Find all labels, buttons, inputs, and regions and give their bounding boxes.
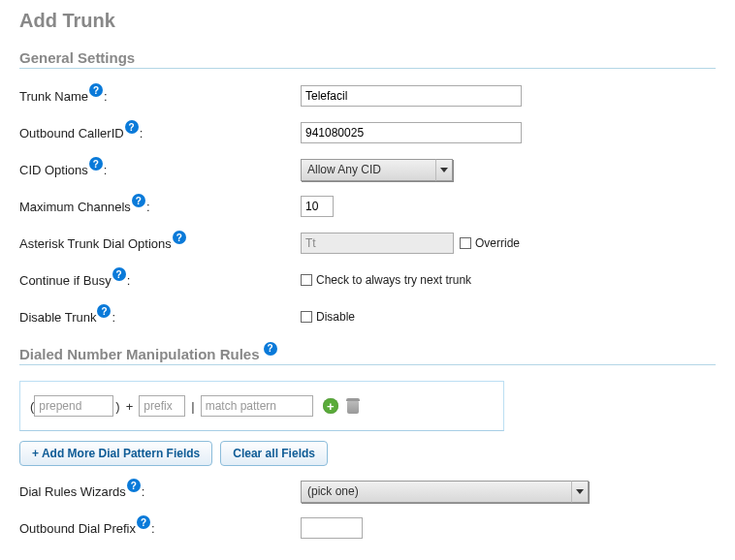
dial-options-input — [301, 233, 454, 254]
cid-options-selected: Allow Any CID — [307, 163, 381, 176]
max-channels-label: Maximum Channels — [19, 200, 131, 214]
chevron-down-icon[interactable] — [571, 481, 589, 503]
override-label: Override — [475, 236, 520, 250]
max-channels-input[interactable] — [301, 196, 334, 217]
help-icon[interactable] — [137, 515, 150, 529]
disable-trunk-checkbox[interactable] — [301, 311, 312, 323]
continue-if-busy-checkbox[interactable] — [301, 274, 312, 286]
trunk-name-input[interactable] — [301, 85, 522, 107]
colon: : — [104, 89, 108, 104]
continue-if-busy-label: Continue if Busy — [19, 273, 112, 288]
dial-rules-wizards-select[interactable]: (pick one) — [301, 481, 589, 503]
help-icon[interactable] — [127, 479, 141, 492]
outbound-callerid-label: Outbound CallerID — [19, 126, 124, 140]
pipe-separator: | — [191, 399, 194, 414]
dial-rules-wizards-selected: (pick one) — [307, 484, 359, 498]
paren-close: ) — [115, 399, 119, 414]
outbound-dial-prefix-input[interactable] — [301, 517, 363, 539]
help-icon[interactable] — [173, 231, 186, 244]
outbound-dial-prefix-label: Outbound Dial Prefix — [19, 521, 136, 536]
section-dial-rules-label: Dialed Number Manipulation Rules — [19, 346, 260, 362]
help-icon[interactable] — [97, 304, 111, 318]
prefix-input[interactable] — [139, 395, 185, 417]
help-icon[interactable] — [112, 267, 126, 281]
section-general-label: General Settings — [19, 49, 135, 66]
dial-rules-wizards-label: Dial Rules Wizards — [19, 484, 126, 499]
trash-icon[interactable] — [346, 398, 360, 414]
cid-options-label: CID Options — [19, 163, 88, 177]
outbound-callerid-input[interactable] — [301, 122, 522, 143]
page-title: Add Trunk — [19, 10, 716, 32]
section-dial-rules: Dialed Number Manipulation Rules — [19, 346, 716, 365]
dial-options-label: Asterisk Trunk Dial Options — [19, 236, 172, 251]
help-icon[interactable] — [125, 120, 139, 134]
disable-trunk-cb-label: Disable — [316, 310, 355, 324]
help-icon[interactable] — [89, 83, 103, 97]
match-pattern-input[interactable] — [201, 395, 313, 417]
section-general-settings: General Settings — [19, 49, 716, 69]
help-icon[interactable] — [264, 342, 277, 356]
dial-pattern-row: ( ) + | — [19, 381, 504, 431]
disable-trunk-label: Disable Trunk — [19, 310, 96, 325]
add-more-dial-pattern-button[interactable]: + Add More Dial Pattern Fields — [19, 441, 212, 466]
cid-options-select[interactable]: Allow Any CID — [301, 159, 453, 181]
prepend-input[interactable] — [34, 395, 113, 417]
clear-all-fields-button[interactable]: Clear all Fields — [220, 441, 328, 466]
chevron-down-icon[interactable] — [435, 159, 453, 181]
plus-separator: + — [126, 399, 134, 414]
help-icon[interactable] — [89, 157, 103, 171]
help-icon[interactable] — [132, 194, 145, 207]
continue-if-busy-cb-label: Check to always try next trunk — [316, 273, 471, 287]
override-checkbox[interactable] — [460, 237, 471, 249]
trunk-name-label: Trunk Name — [19, 89, 88, 104]
add-row-icon[interactable] — [323, 398, 338, 414]
